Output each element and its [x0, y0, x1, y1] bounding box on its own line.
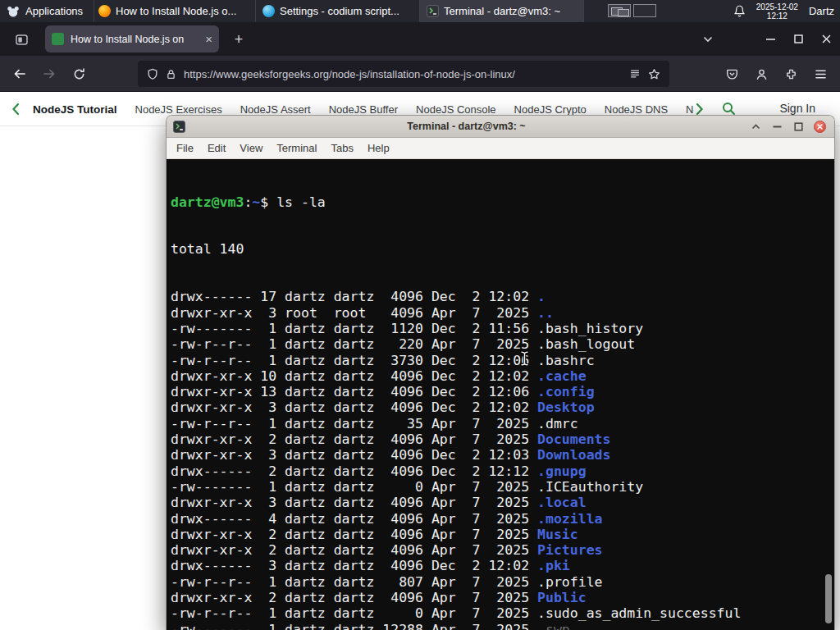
firefox-icon: [98, 5, 111, 17]
terminal-shade-button[interactable]: [747, 118, 764, 135]
terminal-window-icon: [173, 121, 185, 133]
tracking-shield-icon[interactable]: [147, 68, 158, 80]
ls-output-line: drwxr-xr-x 2 dartz dartz 4096 Apr 7 2025…: [171, 590, 833, 605]
window-minimize-button[interactable]: [756, 22, 784, 56]
user-menu[interactable]: Dartz: [809, 5, 834, 17]
ls-output-line: -rw------- 1 dartz dartz 1120 Dec 2 11:5…: [171, 321, 833, 336]
file-name: Public: [537, 590, 587, 605]
prompt-symbol: $: [260, 194, 276, 210]
reload-button[interactable]: [66, 61, 92, 87]
reader-view-icon[interactable]: [629, 68, 641, 80]
window-maximize-button[interactable]: [784, 22, 812, 56]
file-name: .config: [537, 384, 595, 399]
ls-output-line: -rw------- 1 dartz dartz 0 Apr 7 2025 .I…: [171, 479, 833, 495]
codium-icon: [262, 5, 275, 17]
app-menu-button[interactable]: [806, 61, 835, 87]
ls-output-line: -rw-r--r-- 1 dartz dartz 220 Apr 7 2025 …: [171, 336, 833, 352]
ls-output-line: drwxr-xr-x 3 dartz dartz 4096 Dec 2 12:0…: [171, 399, 833, 415]
workspace-2[interactable]: [633, 4, 656, 17]
site-search-button[interactable]: [722, 102, 736, 116]
chevron-down-icon: [703, 36, 713, 43]
maximize-icon: [794, 34, 803, 43]
extensions-puzzle-icon: [785, 68, 797, 80]
terminal-minimize-button[interactable]: [769, 118, 785, 135]
url-bar[interactable]: https://www.geeksforgeeks.org/node-js/in…: [138, 61, 669, 87]
geeksforgeeks-favicon: [52, 33, 64, 45]
nav-item[interactable]: NodeJS DNS: [605, 103, 668, 116]
menu-file[interactable]: File: [176, 142, 194, 154]
menu-terminal[interactable]: Terminal: [276, 142, 317, 154]
menu-tabs[interactable]: Tabs: [331, 142, 353, 154]
clock[interactable]: 2025-12-02 12:12: [756, 2, 798, 21]
menu-view[interactable]: View: [240, 142, 262, 154]
sign-in-button[interactable]: Sign In: [779, 102, 815, 115]
file-name: .gnupg: [537, 463, 587, 479]
browser-tab-active[interactable]: How to Install Node.js on ×: [45, 25, 219, 52]
workspace-switcher[interactable]: [608, 4, 656, 17]
terminal-menubar: File Edit View Terminal Tabs Help: [167, 138, 834, 159]
taskbar-item-terminal[interactable]: Terminal - dartz@vm3: ~: [420, 0, 584, 22]
terminal-scrollbar-thumb[interactable]: [825, 574, 832, 623]
ls-output-line: drwx------ 3 dartz dartz 4096 Dec 2 12:0…: [171, 558, 833, 573]
ls-output-line: -rw-r--r-- 1 dartz dartz 0 Apr 7 2025 .s…: [171, 605, 833, 621]
search-icon: [722, 102, 736, 116]
prompt-user-host: dartz@vm3: [171, 194, 244, 210]
pocket-button[interactable]: [717, 61, 746, 87]
applications-menu[interactable]: Applications: [0, 0, 94, 22]
forward-button[interactable]: [36, 61, 62, 87]
list-all-tabs-button[interactable]: [697, 30, 719, 49]
bookmark-star-icon[interactable]: [648, 68, 660, 80]
applications-label: Applications: [25, 5, 83, 17]
total-line: total 140: [171, 241, 833, 257]
nav-item[interactable]: NodeJS Tutorial: [33, 103, 117, 116]
chevron-left-icon: [11, 103, 20, 116]
clock-time: 12:12: [756, 11, 798, 21]
new-tab-button[interactable]: +: [227, 28, 250, 51]
terminal-screen[interactable]: dartz@vm3:~$ ls -la total 140 drwx------…: [167, 159, 834, 630]
tab-title: How to Install Node.js on: [71, 34, 199, 45]
terminal-close-button[interactable]: [811, 118, 828, 135]
notifications-bell-icon[interactable]: [733, 5, 746, 17]
ls-output-line: drwxr-xr-x 3 root root 4096 Apr 7 2025 .…: [171, 305, 833, 321]
window-close-button[interactable]: [812, 22, 840, 56]
terminal-titlebar[interactable]: Terminal - dartz@vm3: ~: [167, 116, 834, 138]
terminal-maximize-button[interactable]: [790, 118, 806, 135]
extensions-button[interactable]: [776, 61, 806, 87]
nav-scroll-right-button[interactable]: [696, 103, 704, 116]
chevron-up-icon: [751, 124, 760, 130]
nav-item[interactable]: NodeJS Exercises: [135, 103, 222, 116]
ls-output-line: drwxr-xr-x 13 dartz dartz 4096 Dec 2 12:…: [171, 384, 833, 399]
file-name: ..: [537, 305, 554, 321]
nav-item[interactable]: NodeJS Assert: [240, 103, 311, 116]
browser-toolbar: https://www.geeksforgeeks.org/node-js/in…: [0, 56, 840, 92]
nav-item[interactable]: NodeJS Crypto: [514, 103, 587, 116]
workspace-1[interactable]: [608, 4, 631, 17]
file-name: .swp: [537, 622, 570, 630]
lock-icon[interactable]: [166, 68, 176, 80]
firefox-view-button[interactable]: [10, 29, 33, 50]
terminal-window-title: Terminal - dartz@vm3: ~: [190, 121, 742, 132]
ls-output-line: drwxr-xr-x 3 dartz dartz 4096 Apr 7 2025…: [171, 495, 833, 510]
account-person-icon: [756, 68, 768, 80]
ls-output-line: drwxr-xr-x 3 dartz dartz 4096 Dec 2 12:0…: [171, 447, 833, 463]
file-name: .mozilla: [537, 511, 602, 527]
account-button[interactable]: [746, 61, 776, 87]
file-name: .bash_history: [537, 321, 643, 336]
url-text[interactable]: https://www.geeksforgeeks.org/node-js/in…: [184, 68, 622, 80]
taskbar-item-firefox[interactable]: How to Install Node.js o...: [92, 0, 256, 22]
taskbar-item-codium[interactable]: Settings - codium script...: [256, 0, 420, 22]
menu-edit[interactable]: Edit: [208, 142, 226, 154]
back-button[interactable]: [7, 61, 33, 87]
ls-output-line: drwxr-xr-x 2 dartz dartz 4096 Apr 7 2025…: [171, 431, 833, 447]
ls-output-line: -rw-r--r-- 1 dartz dartz 3730 Dec 2 12:0…: [171, 353, 833, 368]
nav-item[interactable]: Node: [686, 103, 694, 116]
nav-item[interactable]: NodeJS Console: [416, 103, 496, 116]
firefox-view-glyph: [18, 37, 21, 42]
tab-close-button[interactable]: ×: [205, 33, 212, 45]
taskbar-title: Terminal - dartz@vm3: ~: [444, 5, 560, 17]
menu-help[interactable]: Help: [368, 142, 390, 154]
nav-scroll-left-button[interactable]: [11, 103, 20, 116]
maximize-icon: [794, 122, 803, 131]
file-name: Music: [537, 527, 578, 542]
nav-item[interactable]: NodeJS Buffer: [329, 103, 398, 116]
